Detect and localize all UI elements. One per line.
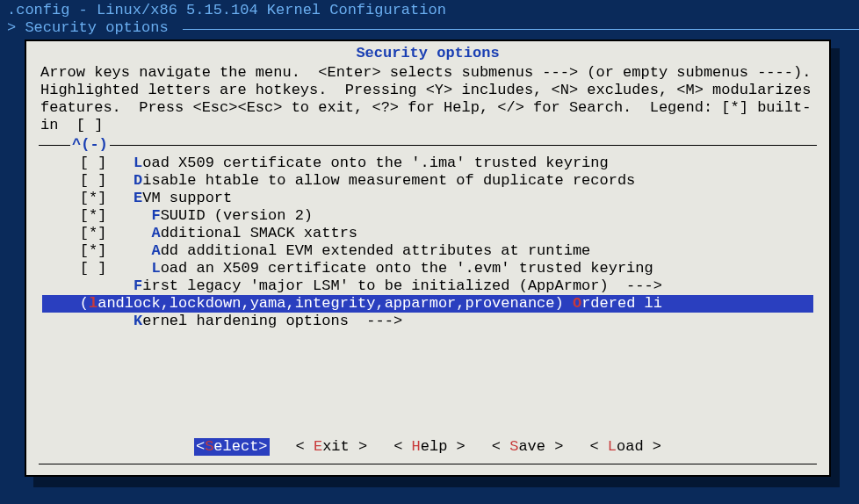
button-row: <Select> < Exit > < Help > < Save > < Lo… <box>26 438 829 456</box>
menu-item-8[interactable]: (landlock,lockdown,yama,integrity,apparm… <box>42 295 813 313</box>
menu-item-prefix <box>44 313 134 329</box>
menu-item-hotkey: L <box>134 155 142 171</box>
help-button[interactable]: < Help > <box>393 438 466 456</box>
menu-item-prefix: [*] <box>44 207 151 224</box>
list-rule <box>39 145 70 146</box>
select-button[interactable]: <Select> <box>194 438 270 456</box>
menu-item-text: dd additional EVM extended attributes at… <box>161 242 591 259</box>
menu-item-text: VM support <box>142 190 232 206</box>
window-title: .config - Linux/x86 5.15.104 Kernel Conf… <box>0 0 859 19</box>
menu-item-prefix: [ ] <box>44 155 134 171</box>
exit-button[interactable]: < Exit > <box>296 438 368 456</box>
menu-item-3[interactable]: [*] FSUUID (version 2) <box>42 207 813 225</box>
menu-item-text: rdered li <box>581 295 662 312</box>
menu-item-text: ernel hardening options ---> <box>142 313 402 329</box>
menu-item-prefix: ( <box>44 295 89 312</box>
list-rule <box>110 145 817 146</box>
save-button[interactable]: < Save > <box>492 438 564 456</box>
menu-item-text: andlock,lockdown,yama,integrity,apparmor… <box>97 295 573 312</box>
menu-item-text: SUUID (version 2) <box>161 207 313 224</box>
menu-item-hotkey: O <box>573 295 581 312</box>
menu-item-hotkey: A <box>151 225 160 241</box>
menu-item-hotkey: F <box>151 207 160 224</box>
menu-item-text: irst legacy 'major LSM' to be initialize… <box>142 277 662 294</box>
menu-item-9[interactable]: Kernel hardening options ---> <box>42 313 813 330</box>
menu-item-hotkey: F <box>134 277 142 294</box>
menu-item-hotkey: D <box>134 172 142 189</box>
menu-item-prefix: [ ] <box>44 172 134 189</box>
menu-item-1[interactable]: [ ] Disable htable to allow measurement … <box>42 172 813 190</box>
menu-item-hotkey: l <box>89 295 97 312</box>
menu-item-text: isable htable to allow measurement of du… <box>142 172 635 189</box>
menu-item-text: oad X509 certificate onto the '.ima' tru… <box>142 155 609 171</box>
dialog-bottom-rule <box>39 464 817 464</box>
menu-item-hotkey: E <box>134 190 142 206</box>
menu-item-prefix: [*] <box>44 225 151 241</box>
menu-item-hotkey: A <box>151 242 160 259</box>
menu-item-5[interactable]: [*] Add additional EVM extended attribut… <box>42 242 813 260</box>
menu-list[interactable]: [ ] Load X509 certificate onto the '.ima… <box>39 154 817 332</box>
menu-item-text: oad an X509 certificate onto the '.evm' … <box>161 260 653 277</box>
menu-item-prefix: [*] <box>44 242 151 259</box>
scroll-up-indicator[interactable]: ^(-) <box>70 136 110 154</box>
dialog: Security options Arrow keys navigate the… <box>25 40 831 477</box>
menu-item-7[interactable]: First legacy 'major LSM' to be initializ… <box>42 277 813 295</box>
breadcrumb-rule <box>183 29 859 30</box>
menu-item-text: dditional SMACK xattrs <box>161 225 357 241</box>
menu-item-prefix <box>44 277 134 294</box>
breadcrumb: > Security options <box>7 19 177 37</box>
dialog-instructions: Arrow keys navigate the menu. <Enter> se… <box>26 62 829 134</box>
menu-item-hotkey: L <box>151 260 160 277</box>
menu-item-hotkey: K <box>134 313 142 329</box>
load-button[interactable]: < Load > <box>589 438 661 456</box>
menu-item-4[interactable]: [*] Additional SMACK xattrs <box>42 225 813 242</box>
menu-item-2[interactable]: [*] EVM support <box>42 190 813 207</box>
dialog-title: Security options <box>26 41 829 62</box>
menu-item-6[interactable]: [ ] Load an X509 certificate onto the '.… <box>42 260 813 277</box>
menu-item-prefix: [*] <box>44 190 134 206</box>
menu-item-0[interactable]: [ ] Load X509 certificate onto the '.ima… <box>42 155 813 172</box>
menu-item-prefix: [ ] <box>44 260 151 277</box>
